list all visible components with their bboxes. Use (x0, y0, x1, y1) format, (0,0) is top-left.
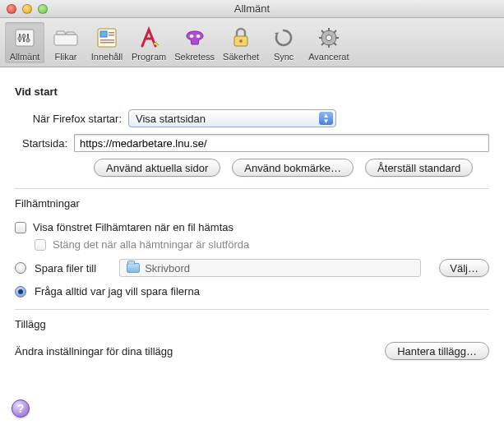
always-ask-label: Fråga alltid var jag vill spara filerna (35, 285, 200, 298)
when-start-value: Visa startsidan (136, 113, 206, 125)
tab-tabs[interactable]: Flikar (46, 22, 86, 63)
svg-rect-12 (100, 39, 114, 41)
save-files-to-label: Spara filer till (35, 262, 96, 274)
svg-line-25 (334, 43, 336, 45)
save-files-to-radio[interactable] (15, 262, 26, 274)
tab-privacy[interactable]: Sekretess (171, 22, 218, 63)
svg-rect-13 (100, 42, 114, 44)
show-downloads-window-checkbox[interactable]: Visa fönstret Filhämtaren när en fil häm… (15, 221, 489, 233)
tab-label: Allmänt (8, 52, 41, 62)
choose-folder-button[interactable]: Välj… (439, 259, 489, 277)
svg-line-26 (321, 43, 324, 45)
addons-description: Ändra inställningar för dina tillägg (15, 345, 173, 358)
tab-label: Flikar (49, 52, 82, 62)
svg-point-5 (22, 34, 25, 37)
window-title: Allmänt (0, 2, 504, 15)
svg-rect-7 (54, 35, 77, 45)
manage-addons-button[interactable]: Hantera tillägg… (385, 342, 489, 360)
tab-general[interactable]: Allmänt (5, 22, 44, 63)
tab-security[interactable]: Säkerhet (220, 22, 262, 63)
tab-label: Sekretess (174, 52, 215, 62)
svg-point-4 (18, 36, 21, 39)
preferences-toolbar: Allmänt Flikar Innehåll Program Sekretes… (0, 18, 504, 67)
always-ask-radio[interactable] (15, 286, 26, 298)
save-path-value: Skrivbord (145, 262, 190, 274)
tab-content[interactable]: Innehåll (87, 22, 127, 63)
folder-icon (127, 263, 140, 273)
when-start-label: När Firefox startar: (15, 113, 122, 125)
tab-label: Program (132, 52, 166, 62)
show-downloads-window-label: Visa fönstret Filhämtaren när en fil häm… (33, 221, 234, 233)
checkbox-icon (35, 239, 46, 251)
checkbox-icon (15, 222, 26, 233)
tab-label: Sync (267, 52, 300, 62)
sync-icon (270, 25, 297, 51)
svg-rect-11 (109, 35, 114, 36)
content-area: Vid start När Firefox startar: Visa star… (0, 67, 504, 378)
svg-point-17 (239, 39, 243, 43)
general-icon (12, 25, 38, 51)
svg-rect-10 (109, 32, 114, 34)
downloads-heading: Filhämtningar (15, 197, 489, 210)
use-bookmark-button[interactable]: Använd bokmärke… (232, 159, 354, 177)
select-arrows-icon: ▲▼ (319, 112, 333, 125)
tab-sync[interactable]: Sync (264, 22, 303, 63)
applications-icon (136, 25, 162, 51)
svg-line-27 (334, 30, 336, 33)
addons-heading: Tillägg (15, 318, 489, 330)
tab-label: Avancerat (308, 52, 349, 62)
svg-point-15 (196, 35, 200, 38)
tab-applications[interactable]: Program (128, 22, 169, 63)
close-when-done-checkbox: Stäng det när alla hämtningar är slutför… (35, 238, 489, 251)
titlebar: Allmänt (0, 0, 504, 18)
tab-label: Säkerhet (223, 52, 259, 62)
svg-point-19 (326, 35, 331, 40)
tabs-icon (53, 25, 79, 51)
homepage-label: Startsida: (15, 137, 67, 150)
advanced-icon (316, 25, 342, 51)
tab-advanced[interactable]: Avancerat (305, 22, 352, 63)
close-when-done-label: Stäng det när alla hämtningar är slutför… (53, 238, 249, 251)
use-current-pages-button[interactable]: Använd aktuella sidor (94, 159, 220, 177)
svg-point-14 (189, 35, 193, 38)
svg-point-6 (26, 38, 30, 41)
content-icon (94, 25, 120, 51)
homepage-input[interactable] (74, 134, 489, 152)
tab-label: Innehåll (90, 52, 123, 62)
privacy-icon (182, 25, 208, 51)
restore-default-button[interactable]: Återställ standard (365, 159, 473, 177)
startup-heading: Vid start (15, 85, 489, 98)
security-icon (228, 25, 254, 51)
help-button[interactable]: ? (12, 399, 30, 417)
save-path-well: Skrivbord (119, 259, 421, 277)
svg-line-24 (321, 30, 324, 33)
svg-rect-9 (100, 31, 107, 37)
when-start-select[interactable]: Visa startsidan ▲▼ (128, 109, 336, 127)
